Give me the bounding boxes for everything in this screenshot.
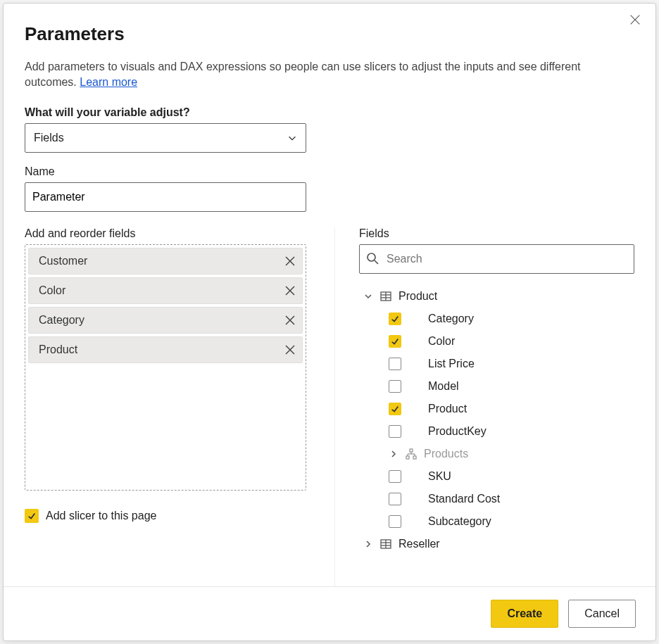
field-checkbox[interactable] [389, 425, 401, 438]
add-slicer-label: Add slicer to this page [46, 510, 156, 522]
field-checkbox[interactable] [389, 515, 401, 528]
columns: Add and reorder fields Customer Color Ca… [25, 227, 634, 586]
dialog-title: Parameters [25, 23, 634, 45]
field-chip[interactable]: Color [28, 277, 303, 304]
field-name: Subcategory [428, 515, 491, 528]
field-chip[interactable]: Category [28, 307, 303, 334]
chevron-down-icon [287, 133, 297, 143]
dialog-description: Add parameters to visuals and DAX expres… [25, 59, 634, 91]
remove-field-icon[interactable] [284, 343, 296, 356]
field-node[interactable]: Color [359, 330, 634, 353]
field-checkbox[interactable] [389, 380, 401, 393]
field-node[interactable]: Product [359, 398, 634, 420]
dialog-footer: Create Cancel [4, 586, 655, 640]
add-slicer-checkbox[interactable] [25, 509, 39, 523]
remove-field-icon[interactable] [284, 255, 296, 267]
add-slicer-row[interactable]: Add slicer to this page [25, 509, 306, 523]
svg-rect-18 [413, 456, 416, 459]
fields-label: Fields [359, 227, 634, 240]
field-node[interactable]: ProductKey [359, 420, 634, 443]
name-label: Name [25, 165, 634, 178]
hierarchy-name: Products [424, 448, 468, 460]
field-node[interactable]: Model [359, 375, 634, 398]
table-icon [380, 291, 391, 302]
field-chip-label: Color [39, 284, 65, 297]
field-name: ProductKey [428, 425, 487, 438]
field-chip[interactable]: Product [28, 336, 303, 363]
hierarchy-icon [406, 448, 417, 460]
create-button[interactable]: Create [491, 600, 558, 628]
reorder-column: Add and reorder fields Customer Color Ca… [25, 227, 306, 586]
field-chip-label: Customer [39, 255, 87, 267]
table-name: Product [398, 290, 437, 303]
field-name: Model [428, 380, 459, 393]
cancel-button[interactable]: Cancel [568, 600, 636, 628]
remove-field-icon[interactable] [284, 284, 296, 297]
svg-point-10 [368, 253, 375, 261]
fields-column: Fields Product [334, 227, 634, 586]
chevron-right-icon[interactable] [363, 539, 373, 549]
variable-adjust-label: What will your variable adjust? [25, 106, 634, 119]
field-name: Category [428, 312, 474, 325]
field-name: Standard Cost [428, 493, 500, 505]
field-node[interactable]: Subcategory [359, 510, 634, 533]
field-chip-label: Category [39, 314, 84, 327]
close-icon[interactable] [629, 13, 643, 27]
dialog-content: Parameters Add parameters to visuals and… [4, 4, 655, 586]
name-input[interactable] [25, 182, 306, 212]
chevron-right-icon[interactable] [389, 449, 398, 459]
svg-line-11 [375, 260, 378, 264]
field-node[interactable]: SKU [359, 465, 634, 488]
table-icon [380, 538, 391, 550]
field-chip[interactable]: Customer [28, 248, 303, 274]
svg-rect-16 [410, 449, 413, 452]
hierarchy-node[interactable]: Products [359, 443, 634, 465]
field-node[interactable]: Standard Cost [359, 488, 634, 510]
parameters-dialog: Parameters Add parameters to visuals and… [3, 3, 656, 641]
field-node[interactable]: List Price [359, 353, 634, 375]
field-checkbox[interactable] [389, 358, 401, 370]
table-name: Reseller [398, 538, 440, 550]
table-node[interactable]: Reseller [359, 533, 634, 555]
field-name: Product [428, 403, 467, 415]
fields-tree: Product Category Color [359, 285, 634, 586]
reorder-box[interactable]: Customer Color Category Product [25, 244, 306, 491]
svg-rect-17 [406, 456, 409, 459]
field-name: List Price [428, 358, 475, 370]
learn-more-link[interactable]: Learn more [80, 76, 137, 88]
field-checkbox[interactable] [389, 335, 401, 348]
remove-field-icon[interactable] [284, 314, 296, 327]
field-name: SKU [428, 470, 451, 483]
field-checkbox[interactable] [389, 403, 401, 415]
chevron-down-icon[interactable] [363, 291, 373, 301]
field-checkbox[interactable] [389, 493, 401, 505]
field-node[interactable]: Category [359, 308, 634, 330]
field-name: Color [428, 335, 455, 348]
variable-adjust-value: Fields [34, 132, 64, 144]
fields-search-input[interactable] [359, 244, 634, 274]
table-node[interactable]: Product [359, 285, 634, 308]
field-chip-label: Product [39, 343, 77, 356]
field-checkbox[interactable] [389, 470, 401, 483]
variable-adjust-select[interactable]: Fields [25, 123, 306, 153]
search-icon [366, 252, 379, 265]
reorder-label: Add and reorder fields [25, 227, 306, 240]
field-checkbox[interactable] [389, 312, 401, 325]
